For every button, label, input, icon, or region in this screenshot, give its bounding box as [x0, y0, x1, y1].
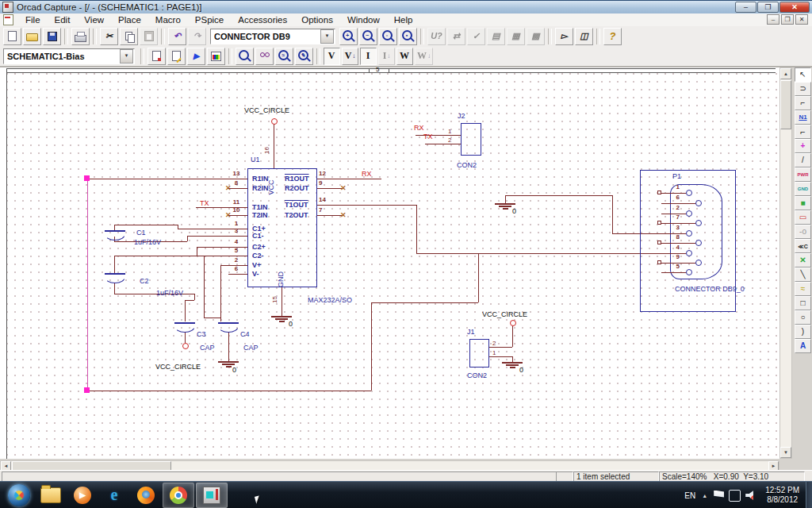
c3-value[interactable]: CAP — [200, 344, 215, 352]
c3-curved-plate[interactable] — [174, 325, 195, 333]
toolbar-separator[interactable] — [93, 29, 97, 44]
taskbar-ie-icon[interactable]: e — [99, 483, 129, 507]
menu-item[interactable]: File — [18, 14, 48, 25]
menu-item[interactable]: PSpice — [188, 14, 231, 25]
ground-net-label[interactable]: 0 — [232, 366, 236, 374]
place-line-tool[interactable]: ╲ — [795, 267, 811, 282]
wire-segment[interactable] — [220, 265, 221, 321]
toolbar-separator[interactable] — [548, 29, 552, 44]
tx-net-label[interactable]: TX — [200, 199, 209, 207]
place-net-alias-tool[interactable]: N1 — [795, 110, 811, 125]
wire-segment[interactable] — [187, 236, 228, 237]
zoom-in-button[interactable]: + — [339, 28, 358, 45]
wire-segment[interactable] — [228, 332, 229, 361]
edit-simulation-profile-button[interactable] — [167, 48, 186, 65]
rx-net-label[interactable]: RX — [414, 124, 424, 132]
taskbar-explorer-icon[interactable] — [36, 483, 66, 507]
vcc-net-label[interactable]: VCC_CIRCLE — [155, 363, 201, 371]
wire-segment[interactable] — [505, 195, 506, 203]
maximize-button[interactable]: ❐ — [757, 2, 779, 13]
scroll-up-icon[interactable]: ▲ — [780, 68, 791, 79]
wire-segment[interactable] — [114, 225, 115, 230]
network-icon[interactable] — [729, 490, 741, 502]
j2-refdes[interactable]: J2 — [458, 112, 465, 120]
wire-segment[interactable] — [185, 332, 186, 343]
vcc-circle-symbol[interactable] — [182, 343, 189, 349]
schematic-canvas[interactable]: 5 /* wire color class fix applied after … — [0, 67, 779, 459]
wire-segment[interactable] — [416, 253, 665, 254]
menu-item[interactable]: Accessories — [231, 14, 294, 25]
mdi-restore-button[interactable]: ❐ — [781, 14, 794, 25]
wire-segment[interactable] — [489, 356, 512, 357]
place-bus-tool[interactable]: ⌐ — [795, 125, 811, 139]
zoom-all-button[interactable]: ▪ — [399, 28, 417, 45]
cut-button[interactable]: ✂ — [100, 28, 118, 45]
close-button[interactable]: ✕ — [779, 2, 810, 13]
wire-segment[interactable] — [204, 318, 220, 318]
c4-refdes[interactable]: C4 — [240, 330, 250, 338]
wire-segment[interactable] — [114, 283, 115, 294]
select-tool[interactable]: ↖ — [795, 67, 811, 82]
run-pspice-button[interactable]: ▶ — [187, 48, 205, 65]
wire-segment[interactable] — [416, 205, 417, 253]
wire-segment[interactable] — [512, 325, 513, 347]
place-junction-tool[interactable]: + — [795, 139, 811, 153]
place-hierarchical-block-tool[interactable]: ■ — [795, 196, 811, 210]
wire-segment[interactable] — [87, 391, 371, 391]
tx-net-label[interactable]: TX — [423, 133, 433, 140]
vcc-circle-symbol[interactable] — [271, 118, 278, 125]
copy-button[interactable] — [120, 28, 138, 45]
place-no-connect-tool[interactable]: ✕ — [795, 253, 811, 267]
menu-item[interactable]: Edit — [48, 14, 78, 25]
u1-left-pin[interactable]: 6 V- — [227, 269, 314, 279]
wire-segment[interactable] — [87, 179, 228, 179]
simulation-profile-combo[interactable]: SCHEMATIC1-Bias ▼ — [3, 48, 135, 64]
taskbar-orcad-icon[interactable] — [196, 483, 228, 508]
wire-segment[interactable] — [114, 256, 115, 273]
wire-segment[interactable] — [274, 124, 274, 168]
toolbar-separator[interactable] — [420, 29, 424, 44]
bias-current-display-button[interactable]: I — [360, 48, 377, 65]
wire-segment[interactable] — [425, 144, 461, 144]
bias-voltage-selected-button[interactable]: V↓ — [342, 48, 358, 65]
c2-curved-plate[interactable] — [105, 276, 125, 283]
u1-right-pin[interactable]: 9 R2OUT — [283, 183, 339, 193]
u1-refdes[interactable]: U1 — [251, 156, 260, 164]
new-simulation-profile-button[interactable] — [147, 48, 166, 65]
vcc-circle-symbol[interactable] — [510, 320, 516, 326]
voltage-marker-button[interactable] — [236, 48, 254, 65]
create-netlist-button[interactable]: ▤ — [487, 28, 505, 45]
help-button[interactable]: ? — [603, 28, 622, 45]
redo-button[interactable]: ↷ — [188, 28, 206, 45]
p1-pin[interactable]: 5 — [656, 267, 708, 277]
place-polyline-tool[interactable]: ≈ — [795, 282, 811, 296]
place-ground-tool[interactable]: GND — [795, 182, 811, 196]
wire-segment[interactable] — [478, 253, 479, 302]
scroll-down-icon[interactable]: ▼ — [780, 447, 791, 458]
taskbar-firefox-icon[interactable] — [131, 483, 161, 507]
c1-value[interactable]: 1uF/16V — [134, 238, 161, 246]
view-simulation-results-button[interactable] — [207, 48, 225, 65]
wire-segment[interactable] — [187, 236, 188, 241]
zoom-area-button[interactable]: ▫ — [379, 28, 397, 45]
bill-of-materials-button[interactable]: ▩ — [527, 28, 545, 45]
annotate-button[interactable]: U? — [427, 28, 446, 45]
j2-body[interactable] — [461, 123, 481, 156]
place-power-tool[interactable]: PWR — [795, 167, 811, 182]
j1-body[interactable] — [469, 339, 489, 368]
menu-item[interactable]: Help — [387, 14, 420, 25]
show-desktop-button[interactable] — [806, 482, 812, 508]
start-button[interactable] — [4, 483, 34, 507]
wire-segment[interactable] — [371, 302, 372, 391]
menu-item[interactable]: View — [77, 14, 111, 25]
wire-segment[interactable] — [185, 300, 186, 321]
back-annotate-button[interactable]: ⇄ — [447, 28, 465, 45]
cross-reference-button[interactable]: ▦ — [507, 28, 525, 45]
design-rules-check-button[interactable]: ✓ — [467, 28, 485, 45]
chevron-down-icon[interactable]: ▼ — [120, 49, 133, 64]
wire-segment[interactable] — [204, 256, 228, 256]
mdi-close-button[interactable]: ✕ — [795, 14, 808, 25]
wire-segment[interactable] — [114, 225, 178, 225]
u1-right-pin[interactable]: 14 T1OUT — [283, 200, 339, 210]
menu-item[interactable]: Place — [111, 14, 148, 25]
